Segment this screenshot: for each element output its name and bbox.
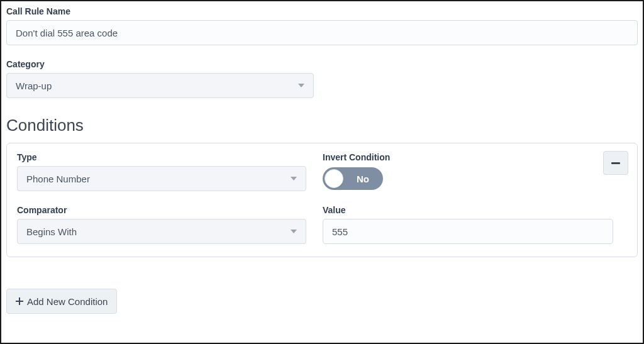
call-rule-name-input[interactable] [6,20,638,45]
label-call-rule-name: Call Rule Name [6,6,638,16]
invert-condition-toggle[interactable]: No [323,167,383,190]
type-select-value: Phone Number [26,174,90,184]
condition-card: Type Phone Number Invert Condition No Co… [6,143,638,257]
category-select-value: Wrap-up [16,80,52,91]
chevron-down-icon [291,230,297,233]
chevron-down-icon [291,177,297,180]
comparator-select[interactable]: Begins With [17,219,306,244]
label-invert-condition: Invert Condition [323,152,613,162]
comparator-select-value: Begins With [26,226,77,237]
add-condition-button[interactable]: Add New Condition [6,289,117,314]
add-condition-label: Add New Condition [27,296,108,307]
plus-icon [16,297,23,305]
toggle-state-label: No [357,174,369,184]
value-input[interactable] [323,219,613,244]
minus-icon [611,162,620,164]
chevron-down-icon [298,84,304,87]
label-value: Value [323,205,613,215]
category-select[interactable]: Wrap-up [6,73,314,98]
type-select[interactable]: Phone Number [17,166,306,191]
label-category: Category [6,59,638,69]
toggle-knob [325,169,343,188]
conditions-heading: Conditions [6,116,638,135]
label-comparator: Comparator [17,205,308,215]
form-frame: Call Rule Name Category Wrap-up Conditio… [0,0,644,344]
remove-condition-button[interactable] [603,151,628,175]
label-type: Type [17,152,308,162]
